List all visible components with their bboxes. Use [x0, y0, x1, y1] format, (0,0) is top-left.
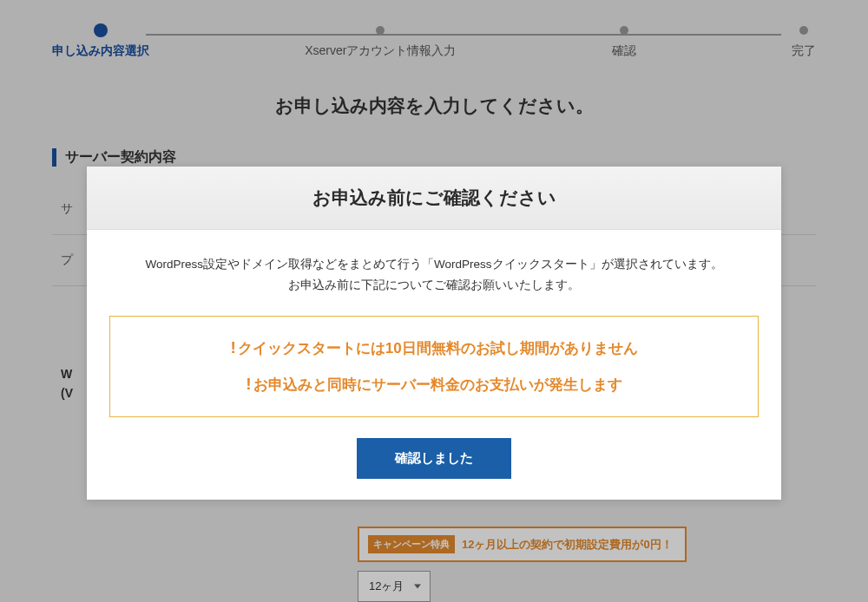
confirm-button[interactable]: 確認しました: [357, 438, 511, 479]
warning-box: !クイックスタートには10日間無料のお試し期間がありません !お申込みと同時にサ…: [109, 316, 759, 417]
warning-line: !お申込みと同時にサーバー料金のお支払いが発生します: [128, 372, 740, 397]
modal-desc-line: お申込み前に下記についてご確認お願いいたします。: [109, 275, 759, 296]
modal-description: WordPress設定やドメイン取得などをまとめて行う「WordPressクイッ…: [109, 254, 759, 297]
modal-title: お申込み前にご確認ください: [87, 167, 781, 230]
warning-text: お申込みと同時にサーバー料金のお支払いが発生します: [253, 376, 622, 393]
exclamation-icon: !: [230, 338, 235, 357]
modal-actions: 確認しました: [109, 438, 759, 479]
modal-body: WordPress設定やドメイン取得などをまとめて行う「WordPressクイッ…: [87, 230, 781, 500]
modal-desc-line: WordPress設定やドメイン取得などをまとめて行う「WordPressクイッ…: [109, 254, 759, 275]
warning-line: !クイックスタートには10日間無料のお試し期間がありません: [128, 336, 740, 361]
warning-text: クイックスタートには10日間無料のお試し期間がありません: [238, 340, 638, 357]
confirm-modal: お申込み前にご確認ください WordPress設定やドメイン取得などをまとめて行…: [87, 167, 781, 500]
exclamation-icon: !: [246, 375, 251, 393]
